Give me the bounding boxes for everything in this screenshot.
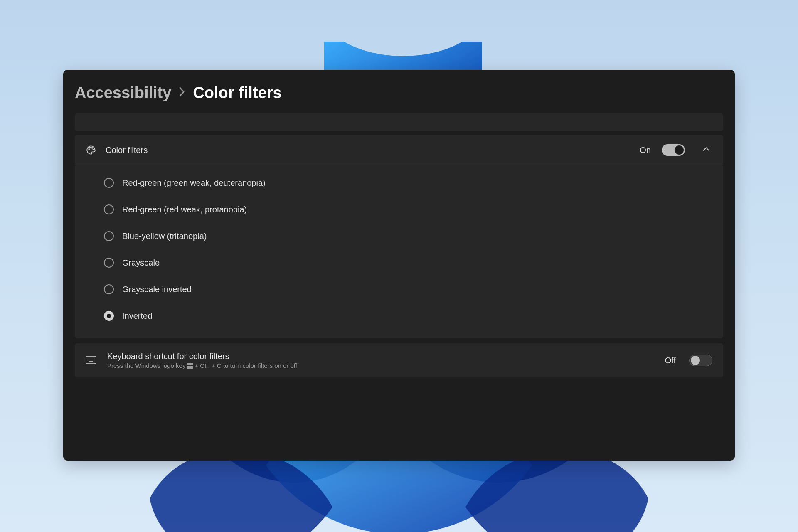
svg-point-2 <box>92 148 93 148</box>
radio-icon <box>104 178 114 188</box>
keyboard-shortcut-card[interactable]: Keyboard shortcut for color filters Pres… <box>75 343 723 377</box>
svg-rect-19 <box>190 366 193 369</box>
keyboard-shortcut-toggle[interactable] <box>689 355 712 366</box>
breadcrumb-parent[interactable]: Accessibility <box>75 84 171 102</box>
radio-icon <box>104 284 114 294</box>
option-label: Blue-yellow (tritanopia) <box>122 232 207 241</box>
option-inverted[interactable]: Inverted <box>75 303 723 329</box>
keyboard-icon <box>86 356 96 365</box>
preview-bar <box>75 113 723 131</box>
keyboard-shortcut-text: Keyboard shortcut for color filters Pres… <box>107 352 654 369</box>
svg-rect-17 <box>190 363 193 365</box>
radio-icon <box>104 204 114 214</box>
palette-icon <box>86 145 96 155</box>
svg-point-0 <box>89 149 89 150</box>
settings-panel: Accessibility Color filters Color filter… <box>63 70 735 461</box>
breadcrumb-current: Color filters <box>193 84 281 102</box>
svg-point-3 <box>93 149 94 150</box>
option-protanopia[interactable]: Red-green (red weak, protanopia) <box>75 196 723 223</box>
radio-icon <box>104 231 114 241</box>
color-filters-card: Color filters On Red-green (green weak, … <box>75 135 723 338</box>
svg-point-1 <box>90 147 91 148</box>
svg-rect-16 <box>187 363 190 365</box>
keyboard-shortcut-title: Keyboard shortcut for color filters <box>107 352 654 361</box>
color-filters-toggle[interactable] <box>662 144 685 156</box>
color-filters-header[interactable]: Color filters On <box>75 135 723 165</box>
chevron-up-icon[interactable] <box>702 145 712 155</box>
breadcrumb: Accessibility Color filters <box>63 70 735 113</box>
option-tritanopia[interactable]: Blue-yellow (tritanopia) <box>75 223 723 249</box>
option-label: Red-green (red weak, protanopia) <box>122 205 247 214</box>
option-label: Red-green (green weak, deuteranopia) <box>122 178 266 188</box>
color-filters-title: Color filters <box>106 145 631 155</box>
option-grayscale-inverted[interactable]: Grayscale inverted <box>75 276 723 303</box>
chevron-right-icon <box>179 86 185 100</box>
radio-icon <box>104 311 114 321</box>
svg-rect-4 <box>86 356 96 364</box>
option-label: Inverted <box>122 311 152 321</box>
option-label: Grayscale inverted <box>122 285 192 294</box>
radio-icon <box>104 258 114 268</box>
svg-rect-18 <box>187 366 190 369</box>
color-filters-state-label: On <box>640 145 651 155</box>
option-deuteranopia[interactable]: Red-green (green weak, deuteranopia) <box>75 170 723 196</box>
keyboard-shortcut-description: Press the Windows logo key + Ctrl + C to… <box>107 362 654 369</box>
color-filter-options: Red-green (green weak, deuteranopia) Red… <box>75 165 723 338</box>
keyboard-shortcut-state-label: Off <box>665 356 676 365</box>
option-grayscale[interactable]: Grayscale <box>75 249 723 276</box>
windows-logo-icon <box>187 363 193 369</box>
option-label: Grayscale <box>122 258 160 268</box>
